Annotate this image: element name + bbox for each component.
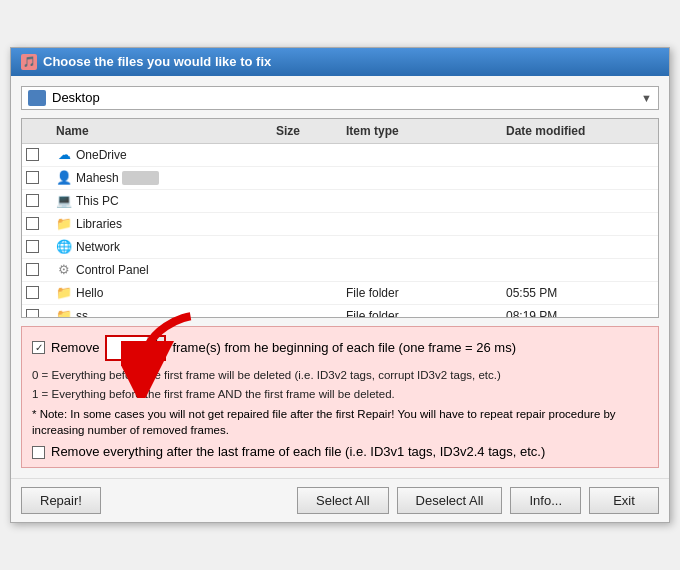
row-checkbox[interactable] bbox=[26, 217, 39, 230]
row-type-cell bbox=[342, 154, 502, 156]
row-date-cell bbox=[502, 154, 658, 156]
row-name-cell: 🌐Network bbox=[52, 238, 272, 256]
header-date-modified: Date modified bbox=[502, 122, 658, 140]
blurred-name bbox=[122, 171, 159, 185]
row-size-cell bbox=[272, 292, 342, 294]
file-icon: 👤 bbox=[56, 170, 72, 186]
note-1: 0 = Everything before the first frame wi… bbox=[32, 367, 648, 383]
file-icon: 📁 bbox=[56, 216, 72, 232]
title-bar-icon: 🎵 bbox=[21, 54, 37, 70]
row-checkbox[interactable] bbox=[26, 286, 39, 299]
path-bar[interactable]: Desktop ▼ bbox=[21, 86, 659, 110]
row-date-cell: 05:55 PM bbox=[502, 285, 658, 301]
row-checkbox[interactable] bbox=[26, 263, 39, 276]
file-list: Name Size Item type Date modified ☁OneDr… bbox=[21, 118, 659, 318]
file-icon: 📁 bbox=[56, 285, 72, 301]
row-type-cell: File folder bbox=[342, 308, 502, 318]
row-checkbox[interactable] bbox=[26, 148, 39, 161]
row-type-cell bbox=[342, 177, 502, 179]
table-row: ☁OneDrive bbox=[22, 144, 658, 167]
spinner-down-button[interactable]: ▼ bbox=[148, 348, 164, 359]
row-size-cell bbox=[272, 223, 342, 225]
file-icon: 📁 bbox=[56, 308, 72, 318]
row-size-cell bbox=[272, 154, 342, 156]
row-checkbox-cell[interactable] bbox=[22, 262, 52, 277]
row-checkbox[interactable] bbox=[26, 171, 39, 184]
row-date-cell bbox=[502, 269, 658, 271]
row-type-cell bbox=[342, 223, 502, 225]
row-size-cell bbox=[272, 177, 342, 179]
header-item-type: Item type bbox=[342, 122, 502, 140]
row-type-cell: File folder bbox=[342, 285, 502, 301]
remove-after-checkbox[interactable] bbox=[32, 446, 45, 459]
row-checkbox-cell[interactable] bbox=[22, 308, 52, 318]
row-checkbox[interactable] bbox=[26, 309, 39, 318]
remove-after-row: Remove everything after the last frame o… bbox=[32, 444, 648, 459]
note-3: * Note: In some cases you will not get r… bbox=[32, 406, 648, 438]
bottom-section: Remove ▲ ▼ frame(s) from he beginning of… bbox=[21, 326, 659, 468]
row-checkbox-cell[interactable] bbox=[22, 147, 52, 162]
row-checkbox-cell[interactable] bbox=[22, 216, 52, 231]
table-row: 💻This PC bbox=[22, 190, 658, 213]
row-name-cell: 👤 Mahesh bbox=[52, 169, 272, 187]
table-row: ⚙Control Panel bbox=[22, 259, 658, 282]
table-row: 📁ss File folder 08:19 PM bbox=[22, 305, 658, 318]
row-name-cell: ☁OneDrive bbox=[52, 146, 272, 164]
path-icon bbox=[28, 90, 46, 106]
row-type-cell bbox=[342, 200, 502, 202]
row-name-cell: 📁Hello bbox=[52, 284, 272, 302]
row-type-cell bbox=[342, 269, 502, 271]
header-size: Size bbox=[272, 122, 342, 140]
path-text: Desktop bbox=[52, 90, 635, 105]
main-dialog: 🎵 Choose the files you would like to fix… bbox=[10, 47, 670, 523]
select-all-button[interactable]: Select All bbox=[297, 487, 388, 514]
table-row: 📁Libraries bbox=[22, 213, 658, 236]
dialog-body: Desktop ▼ Name Size Item type Date modif… bbox=[11, 76, 669, 478]
bottom-buttons: Repair! Select All Deselect All Info... … bbox=[11, 478, 669, 522]
header-name: Name bbox=[52, 122, 272, 140]
row-date-cell bbox=[502, 246, 658, 248]
info-button[interactable]: Info... bbox=[510, 487, 581, 514]
file-icon: 🌐 bbox=[56, 239, 72, 255]
dialog-title: Choose the files you would like to fix bbox=[43, 54, 271, 69]
deselect-all-button[interactable]: Deselect All bbox=[397, 487, 503, 514]
row-name-cell: 📁ss bbox=[52, 307, 272, 318]
file-icon: ⚙ bbox=[56, 262, 72, 278]
table-row: 📁Hello File folder 05:55 PM bbox=[22, 282, 658, 305]
exit-button[interactable]: Exit bbox=[589, 487, 659, 514]
row-name-cell: ⚙Control Panel bbox=[52, 261, 272, 279]
row-size-cell bbox=[272, 246, 342, 248]
row-size-cell bbox=[272, 269, 342, 271]
remove-after-label: Remove everything after the last frame o… bbox=[51, 444, 545, 459]
row-date-cell bbox=[502, 223, 658, 225]
row-checkbox[interactable] bbox=[26, 240, 39, 253]
table-row: 🌐Network bbox=[22, 236, 658, 259]
row-checkbox-cell[interactable] bbox=[22, 193, 52, 208]
path-dropdown-arrow[interactable]: ▼ bbox=[641, 92, 652, 104]
file-icon: ☁ bbox=[56, 147, 72, 163]
file-icon: 💻 bbox=[56, 193, 72, 209]
remove-frames-text: frame(s) from he beginning of each file … bbox=[172, 340, 516, 355]
file-list-header: Name Size Item type Date modified bbox=[22, 119, 658, 144]
spinner-buttons: ▲ ▼ bbox=[147, 337, 164, 359]
row-checkbox[interactable] bbox=[26, 194, 39, 207]
remove-frames-checkbox[interactable] bbox=[32, 341, 45, 354]
repair-button[interactable]: Repair! bbox=[21, 487, 101, 514]
header-checkbox-col bbox=[22, 122, 52, 140]
row-date-cell bbox=[502, 177, 658, 179]
row-name-cell: 📁Libraries bbox=[52, 215, 272, 233]
frames-spinner[interactable] bbox=[107, 338, 147, 357]
title-bar: 🎵 Choose the files you would like to fix bbox=[11, 48, 669, 76]
row-size-cell bbox=[272, 315, 342, 317]
spinner-input-container: ▲ ▼ bbox=[105, 335, 166, 361]
row-checkbox-cell[interactable] bbox=[22, 239, 52, 254]
row-date-cell bbox=[502, 200, 658, 202]
row-checkbox-cell[interactable] bbox=[22, 170, 52, 185]
row-date-cell: 08:19 PM bbox=[502, 308, 658, 318]
row-type-cell bbox=[342, 246, 502, 248]
note-2: 1 = Everything before the first frame AN… bbox=[32, 386, 648, 402]
row-checkbox-cell[interactable] bbox=[22, 285, 52, 300]
remove-frames-row: Remove ▲ ▼ frame(s) from he beginning of… bbox=[32, 335, 648, 361]
spinner-up-button[interactable]: ▲ bbox=[148, 337, 164, 348]
remove-label: Remove bbox=[51, 340, 99, 355]
